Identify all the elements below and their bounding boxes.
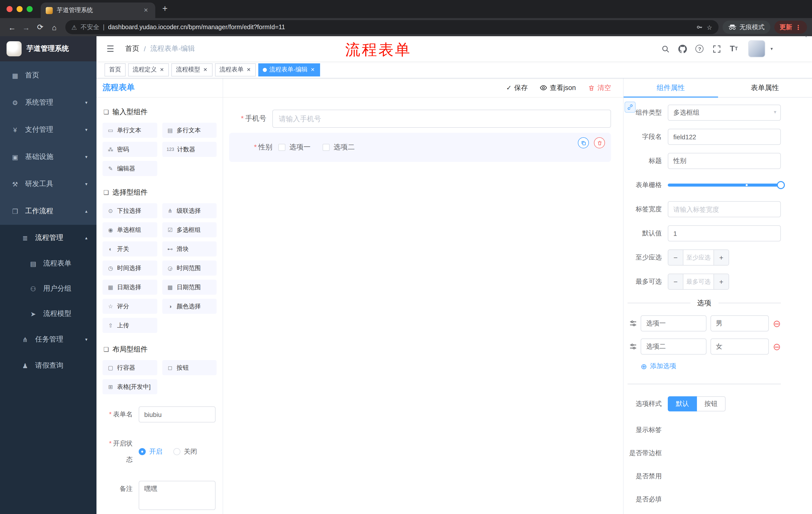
field-phone[interactable]: *手机号 [229, 110, 611, 128]
sidebar-item-leave-query[interactable]: ♟ 请假查询 [0, 353, 96, 379]
palette-item-row-container[interactable]: ▢ 行容器 [103, 360, 157, 375]
palette-item-radio-group[interactable]: ◉ 单选框组 [103, 222, 157, 237]
avatar-caret-icon[interactable]: ▾ [771, 46, 773, 51]
field-name-input[interactable] [668, 129, 781, 145]
palette-item-date-range[interactable]: ▩ 日期范围 [162, 280, 216, 295]
clear-button[interactable]: 清空 [588, 83, 611, 92]
browser-tab[interactable]: 芋道管理系统 ✕ [41, 2, 155, 18]
sidebar-item-workflow[interactable]: ❒ 工作流程 ▴ [0, 198, 96, 225]
palette-item-select[interactable]: ⊙ 下拉选择 [103, 203, 157, 218]
tab-process-model[interactable]: 流程模型 ✕ [172, 63, 212, 76]
palette-item-single-line-text[interactable]: ▭ 单行文本 [103, 123, 157, 138]
bookmark-star-icon[interactable]: ☆ [707, 23, 712, 31]
tab-home[interactable]: 首页 [105, 63, 126, 76]
default-value-input[interactable] [668, 225, 781, 241]
palette-item-editor[interactable]: ✎ 编辑器 [103, 161, 157, 176]
status-on-radio[interactable]: 开启 [139, 447, 162, 456]
component-type-value[interactable] [668, 105, 781, 121]
gender-option2-checkbox[interactable]: 选项二 [323, 143, 355, 152]
forward-button[interactable]: → [19, 20, 33, 34]
palette-item-switch[interactable]: ◐ 开关 [103, 241, 157, 256]
avatar[interactable] [749, 40, 765, 57]
sidebar-item-task-management[interactable]: ⋔ 任务管理 ▾ [0, 326, 96, 353]
browser-update-button[interactable]: 更新 ⋮ [774, 21, 807, 34]
tab-process-form-edit[interactable]: 流程表单-编辑 ✕ [258, 63, 320, 76]
palette-item-textarea[interactable]: ▤ 多行文本 [162, 123, 216, 138]
browser-menu-icon[interactable]: ⋮ [795, 23, 802, 31]
sidebar-item-process-model[interactable]: ➤ 流程模型 [0, 301, 96, 326]
tab-process-form[interactable]: 流程表单 ✕ [215, 63, 256, 76]
close-icon[interactable]: ✕ [159, 67, 165, 73]
palette-item-checkbox-group[interactable]: ☑ 多选框组 [162, 222, 216, 237]
toolbar-overflow-icon[interactable]: ⌄ [804, 32, 809, 39]
drawing-board[interactable]: *手机号 [223, 98, 623, 514]
gender-option1-checkbox[interactable]: 选项一 [279, 143, 311, 152]
plus-button[interactable]: + [714, 250, 729, 265]
back-button[interactable]: ← [5, 20, 19, 34]
title-input[interactable] [668, 153, 781, 169]
hamburger-icon[interactable]: ☰ [105, 44, 116, 54]
home-button[interactable]: ⌂ [47, 20, 61, 34]
close-icon[interactable]: ✕ [203, 67, 208, 73]
tab-component-props[interactable]: 组件属性 [624, 78, 718, 97]
field-gender-selected[interactable]: *性别 选项一 选项二 [229, 133, 611, 162]
max-select-input[interactable] [684, 274, 714, 289]
reload-button[interactable]: ⟳ [33, 20, 47, 34]
palette-item-date-picker[interactable]: ▦ 日期选择 [103, 280, 157, 295]
palette-item-color-picker[interactable]: ◑ 颜色选择 [162, 299, 216, 314]
form-remark-textarea[interactable]: 嘿嘿 [139, 481, 215, 510]
style-button-button[interactable]: 按钮 [697, 396, 726, 411]
sidebar-item-infrastructure[interactable]: ▣ 基础设施 ▾ [0, 143, 96, 170]
grid-slider[interactable] [668, 184, 781, 187]
palette-item-counter[interactable]: 123 计数器 [162, 142, 216, 157]
palette-item-button[interactable]: ◻ 按钮 [162, 360, 216, 375]
palette-item-time-range[interactable]: ◶ 时间范围 [162, 261, 216, 276]
sidebar-item-process-form[interactable]: ▤ 流程表单 [0, 251, 96, 276]
palette-item-rate[interactable]: ☆ 评分 [103, 299, 157, 314]
sidebar-item-payment[interactable]: ¥ 支付管理 ▾ [0, 116, 96, 143]
option1-value-input[interactable] [710, 315, 769, 331]
github-icon[interactable] [678, 44, 687, 53]
palette-item-time-picker[interactable]: ◷ 时间选择 [103, 261, 157, 276]
palette-item-password[interactable]: ⁂ 密码 [103, 142, 157, 157]
style-default-button[interactable]: 默认 [668, 396, 697, 411]
font-size-icon[interactable]: TT [729, 44, 738, 53]
status-off-radio[interactable]: 关闭 [173, 447, 197, 456]
palette-item-upload[interactable]: ⇧ 上传 [103, 318, 157, 333]
drag-handle-icon[interactable] [630, 343, 637, 350]
tab-process-definition[interactable]: 流程定义 ✕ [128, 63, 169, 76]
copy-component-button[interactable] [578, 137, 589, 148]
minus-button[interactable]: − [668, 250, 684, 265]
fullscreen-icon[interactable] [712, 44, 721, 53]
phone-input[interactable] [272, 110, 611, 128]
minus-button[interactable]: − [668, 274, 684, 289]
option2-label-input[interactable] [641, 339, 706, 355]
palette-item-slider[interactable]: ⊷ 滑块 [162, 241, 216, 256]
label-width-input[interactable] [668, 201, 781, 217]
sidebar-item-devtools[interactable]: ⚒ 研发工具 ▾ [0, 170, 96, 198]
new-tab-button[interactable]: + [155, 3, 168, 18]
url-text[interactable]: dashboard.yudao.iocoder.cn/bpm/manager/f… [108, 24, 285, 31]
palette-item-table[interactable]: ⊞ 表格[开发中] [103, 379, 157, 394]
window-zoom-button[interactable] [27, 6, 33, 12]
tab-form-props[interactable]: 表单属性 [718, 78, 812, 97]
window-minimize-button[interactable] [17, 6, 23, 12]
component-type-select[interactable]: ▾ [668, 105, 781, 121]
option2-value-input[interactable] [710, 339, 769, 355]
sidebar-item-user-group[interactable]: ⚇ 用户分组 [0, 276, 96, 301]
sidebar-item-process-management[interactable]: ≣ 流程管理 ▴ [0, 225, 96, 251]
form-name-input[interactable] [139, 406, 215, 423]
help-icon[interactable]: ? [695, 44, 704, 53]
tab-close-icon[interactable]: ✕ [142, 6, 150, 15]
min-select-input[interactable] [684, 250, 714, 265]
not-secure-label[interactable]: 不安全 [80, 23, 99, 31]
close-icon[interactable]: ✕ [310, 67, 315, 73]
palette-item-cascader[interactable]: ⋔ 级联选择 [162, 203, 216, 218]
remove-option-icon[interactable]: ⊖ [773, 319, 781, 328]
save-button[interactable]: ✓ 保存 [506, 83, 528, 92]
sidebar-logo[interactable]: 芋道管理系统 [0, 36, 96, 61]
add-option-button[interactable]: ⊕ 添加选项 [641, 361, 781, 371]
address-bar[interactable]: ⚠ 不安全 | dashboard.yudao.iocoder.cn/bpm/m… [65, 20, 718, 34]
link-icon[interactable] [625, 102, 636, 113]
password-key-icon[interactable] [696, 24, 703, 31]
